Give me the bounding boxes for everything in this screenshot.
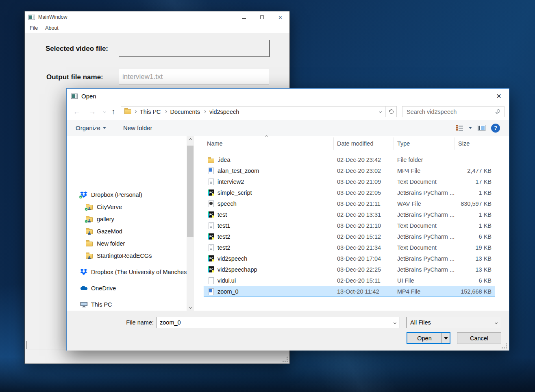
breadcrumb-this-pc[interactable]: This PC	[138, 109, 163, 115]
folder-icon	[208, 157, 214, 163]
file-size: 13 KB	[455, 255, 495, 262]
preview-pane-icon[interactable]	[478, 125, 485, 131]
table-row[interactable]: .idea 02-Dec-20 23:42 File folder	[204, 154, 495, 165]
organize-button[interactable]: Organize	[76, 124, 106, 131]
scroll-up-icon[interactable]	[187, 136, 194, 143]
up-button[interactable]: ↑	[107, 103, 120, 120]
dialog-close-button[interactable]: ×	[489, 89, 509, 103]
caret-down-icon	[103, 127, 106, 129]
file-type-select[interactable]: All Files	[406, 317, 501, 328]
column-header-type[interactable]: Type	[394, 137, 455, 150]
file-size: 13 KB	[455, 266, 495, 273]
dialog-title: Open	[81, 93, 96, 100]
minimize-button[interactable]	[235, 11, 253, 23]
file-name-input[interactable]	[157, 317, 384, 328]
sidebar-item-gazemod[interactable]: GazeMod	[67, 225, 187, 237]
forward-button[interactable]: →	[86, 103, 98, 120]
refresh-button[interactable]	[386, 107, 396, 117]
table-row[interactable]: interview2 03-Dec-20 21:09 Text Document…	[204, 176, 495, 187]
new-folder-button[interactable]: New folder	[123, 124, 152, 131]
back-button[interactable]: ←	[71, 103, 83, 120]
chevron-right-icon	[203, 110, 206, 113]
table-row[interactable]: PCvid2speechapp 03-Dec-20 22:25 JetBrain…	[204, 264, 495, 275]
sidebar-item-gallery[interactable]: gallery	[67, 213, 187, 225]
shared-folder-icon	[86, 228, 94, 235]
selected-video-field[interactable]	[119, 40, 270, 57]
sidebar-scrollbar[interactable]	[187, 136, 194, 311]
table-row[interactable]: vidui.ui 02-Dec-20 15:11 UI File 6 KB	[204, 275, 495, 286]
breadcrumb[interactable]: This PC Documents vid2speech	[121, 106, 397, 117]
chevron-down-icon[interactable]	[394, 321, 396, 324]
resize-grip[interactable]	[283, 357, 288, 362]
menu-about[interactable]: About	[45, 25, 59, 31]
sidebar-item-this-pc[interactable]: This PC	[67, 298, 187, 311]
close-button[interactable]: ×	[271, 11, 289, 23]
column-header-name[interactable]: Name	[204, 137, 334, 150]
sidebar-item-label: gallery	[97, 216, 114, 222]
organize-label: Organize	[76, 124, 100, 131]
table-row[interactable]: speech 03-Dec-20 21:11 WAV File 830,597 …	[204, 198, 495, 209]
details-view-icon[interactable]	[456, 125, 463, 131]
address-dropdown-icon[interactable]	[379, 110, 382, 113]
dialog-titlebar[interactable]: Open ×	[67, 89, 509, 103]
sidebar-item-dropbox-personal[interactable]: Dropbox (Personal)	[67, 189, 187, 201]
file-size: 1 KB	[455, 211, 495, 218]
table-row[interactable]: test2 03-Dec-20 21:34 Text Document 19 K…	[204, 242, 495, 253]
help-button[interactable]: ?	[491, 124, 500, 133]
table-row[interactable]: alan_test_zoom 02-Dec-20 23:02 MP4 File …	[204, 165, 495, 176]
text-document-icon	[208, 222, 214, 229]
sidebar-item-label: GazeMod	[97, 228, 122, 235]
selected-video-label: Selected video file:	[46, 45, 108, 53]
search-icon[interactable]	[497, 109, 500, 113]
breadcrumb-vid2speech[interactable]: vid2speech	[208, 109, 241, 115]
scrollbar-thumb[interactable]	[187, 146, 194, 237]
file-size: 1 KB	[455, 189, 495, 196]
column-header-date[interactable]: Date modified	[334, 137, 394, 150]
table-row[interactable]: test1 03-Dec-20 21:10 Text Document 1 KB	[204, 220, 495, 231]
table-row[interactable]: PCtest 02-Dec-20 13:31 JetBrains PyCharm…	[204, 209, 495, 220]
search-input[interactable]	[402, 107, 488, 117]
file-rows: .idea 02-Dec-20 23:42 File folder alan_t…	[204, 154, 495, 297]
ui-file-icon	[208, 277, 214, 284]
scroll-down-icon[interactable]	[187, 304, 194, 311]
views-dropdown-icon[interactable]	[469, 127, 472, 129]
sidebar-item-cityverve[interactable]: CityVerve	[67, 201, 187, 213]
file-type: WAV File	[394, 200, 455, 207]
output-file-input[interactable]	[119, 69, 269, 85]
file-size: 6 KB	[455, 277, 495, 284]
file-type: JetBrains PyCharm ...	[394, 255, 455, 262]
table-row[interactable]: PCtest2 02-Dec-20 15:12 JetBrains PyChar…	[204, 231, 495, 242]
resize-grip[interactable]	[502, 344, 507, 348]
sidebar-item-dropbox-university[interactable]: Dropbox (The University of Manches	[67, 266, 187, 278]
dropbox-icon	[80, 192, 88, 198]
file-size: 830,597 KB	[455, 200, 495, 207]
pycharm-icon: PC	[208, 211, 214, 218]
table-row[interactable]: PCvid2speech 03-Dec-20 17:04 JetBrains P…	[204, 253, 495, 264]
file-date: 03-Dec-20 21:34	[334, 244, 394, 251]
sidebar-item-onedrive[interactable]: OneDrive	[67, 282, 187, 294]
open-button[interactable]: Open	[407, 332, 450, 344]
sidebar-item-new-folder[interactable]: New folder	[67, 237, 187, 250]
maximize-button[interactable]	[253, 11, 271, 23]
refresh-icon	[388, 109, 394, 114]
table-row[interactable]: PCsimple_script 03-Dec-20 22:05 JetBrain…	[204, 187, 495, 198]
main-window-titlebar[interactable]: MainWindow ×	[25, 11, 289, 23]
file-type: MP4 File	[394, 288, 455, 295]
cancel-button[interactable]: Cancel	[457, 332, 501, 344]
file-name: speech	[217, 200, 237, 207]
menu-file[interactable]: File	[30, 25, 38, 31]
chevron-right-icon	[134, 110, 137, 113]
shared-folder-icon	[86, 204, 94, 210]
table-row-selected[interactable]: zoom_0 13-Oct-20 11:42 MP4 File 152,668 …	[204, 286, 495, 297]
breadcrumb-documents[interactable]: Documents	[169, 109, 202, 115]
file-type: Text Document	[394, 222, 455, 229]
file-size: 152,668 KB	[455, 288, 495, 295]
column-header-size[interactable]: Size	[455, 137, 495, 150]
open-split-dropdown[interactable]	[441, 333, 450, 343]
chevron-down-icon	[103, 110, 106, 113]
shared-folder-icon	[86, 253, 94, 259]
chevron-right-icon	[164, 110, 167, 113]
sidebar-item-startingtoreadecgs[interactable]: StartingtoReadECGs	[67, 250, 187, 262]
folder-icon	[124, 109, 132, 115]
menu-bar: File About	[25, 23, 289, 33]
